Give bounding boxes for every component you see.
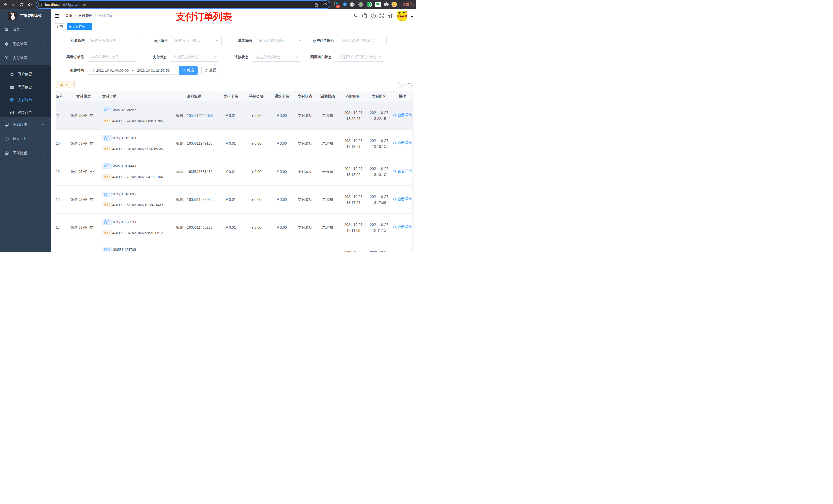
svg-text:y: y: [368, 3, 370, 6]
